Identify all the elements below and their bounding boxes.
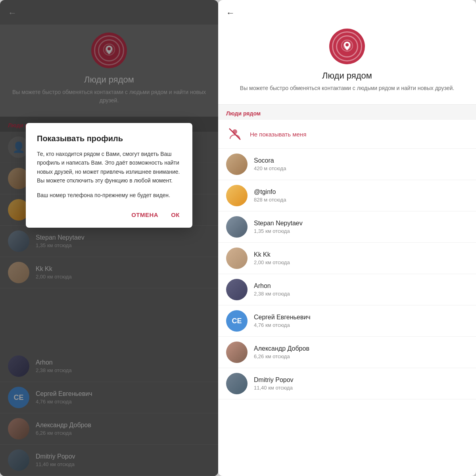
right-item-name-3: Kk Kk — [254, 251, 290, 258]
svg-point-6 — [232, 129, 237, 134]
right-item-name-2: Stepan Nepytaev — [254, 220, 303, 227]
right-item-name-5: Сергей Евгеньевич — [254, 314, 311, 321]
hero-title-right: Люди рядом — [322, 71, 372, 81]
right-item-distance-2: 1,35 км отсюда — [254, 228, 303, 234]
dialog-body-p2: Ваш номер телефона по-прежнему не будет … — [37, 191, 181, 200]
right-item-info-6: Александр Добров 6,26 км отсюда — [254, 345, 309, 359]
right-avatar-2 — [226, 216, 248, 238]
show-profile-dialog: Показывать профиль Те, кто находится ряд… — [26, 123, 192, 228]
right-item-info-1: @tginfo 828 м отсюда — [254, 188, 286, 203]
dialog-overlay: Показывать профиль Те, кто находится ряд… — [0, 0, 218, 476]
right-item-info-3: Kk Kk 2,00 км отсюда — [254, 251, 290, 265]
right-panel: ← Люди рядом Вы можете быстро обменяться… — [218, 0, 476, 476]
hero-section-right: Люди рядом Вы можете быстро обменяться к… — [218, 25, 476, 105]
right-item-distance-3: 2,00 км отсюда — [254, 259, 290, 265]
right-item-info-7: Dmitriy Popov 11,40 км отсюда — [254, 376, 294, 391]
location-icon-right — [329, 29, 365, 64]
people-list-right: Socora 420 м отсюда @tginfo 828 м отсюда… — [218, 149, 476, 399]
right-list-item-4[interactable]: Arhon 2,38 км отсюда — [218, 274, 476, 305]
right-item-info-4: Arhon 2,38 км отсюда — [254, 282, 290, 297]
cancel-button[interactable]: ОТМЕНА — [130, 208, 160, 221]
right-item-info-2: Stepan Nepytaev 1,35 км отсюда — [254, 220, 303, 234]
right-list-item-6[interactable]: Александр Добров 6,26 км отсюда — [218, 337, 476, 368]
right-avatar-5: CE — [226, 310, 248, 332]
right-list-item-7[interactable]: Dmitriy Popov 11,40 км отсюда — [218, 368, 476, 399]
right-item-name-6: Александр Добров — [254, 345, 309, 352]
back-arrow-right[interactable]: ← — [226, 8, 235, 18]
right-avatar-1 — [226, 185, 248, 206]
section-label-right: Люди рядом — [218, 105, 476, 120]
left-panel: ← Люди рядом Вы можете быстро обменяться… — [0, 0, 218, 476]
dialog-actions: ОТМЕНА ОК — [37, 204, 181, 221]
right-item-distance-4: 2,38 км отсюда — [254, 291, 290, 297]
ok-button[interactable]: ОК — [169, 208, 181, 221]
right-avatar-7 — [226, 373, 248, 394]
right-list-item-3[interactable]: Kk Kk 2,00 км отсюда — [218, 243, 476, 274]
right-item-name-0: Socora — [254, 157, 286, 164]
right-item-distance-1: 828 м отсюда — [254, 197, 286, 203]
right-list-item-1[interactable]: @tginfo 828 м отсюда — [218, 180, 476, 211]
right-avatar-3 — [226, 248, 248, 269]
right-list-item-5[interactable]: CE Сергей Евгеньевич 4,76 км отсюда — [218, 305, 476, 337]
right-item-distance-6: 6,26 км отсюда — [254, 353, 309, 359]
right-item-name-1: @tginfo — [254, 188, 286, 196]
right-item-distance-7: 11,40 км отсюда — [254, 385, 294, 391]
not-shown-text: Не показывать меня — [250, 131, 306, 138]
right-list-item-0[interactable]: Socora 420 м отсюда — [218, 149, 476, 180]
right-item-name-4: Arhon — [254, 282, 290, 290]
right-item-distance-0: 420 м отсюда — [254, 165, 286, 171]
not-shown-icon — [226, 125, 244, 143]
svg-point-5 — [345, 43, 349, 46]
dialog-body: Те, кто находится рядом с Вами, смогут в… — [37, 150, 181, 200]
right-item-info-0: Socora 420 м отсюда — [254, 157, 286, 171]
right-avatar-6 — [226, 342, 248, 363]
not-shown-item[interactable]: Не показывать меня — [218, 120, 476, 149]
right-list-item-2[interactable]: Stepan Nepytaev 1,35 км отсюда — [218, 211, 476, 243]
hero-subtitle-right: Вы можете быстро обменяться контактами с… — [240, 84, 454, 92]
dialog-body-p1: Те, кто находится рядом с Вами, смогут в… — [37, 150, 181, 185]
right-item-distance-5: 4,76 км отсюда — [254, 322, 311, 328]
right-item-info-5: Сергей Евгеньевич 4,76 км отсюда — [254, 314, 311, 328]
right-item-name-7: Dmitriy Popov — [254, 376, 294, 384]
right-avatar-4 — [226, 279, 248, 300]
right-avatar-0 — [226, 154, 248, 175]
dialog-title: Показывать профиль — [37, 134, 181, 143]
